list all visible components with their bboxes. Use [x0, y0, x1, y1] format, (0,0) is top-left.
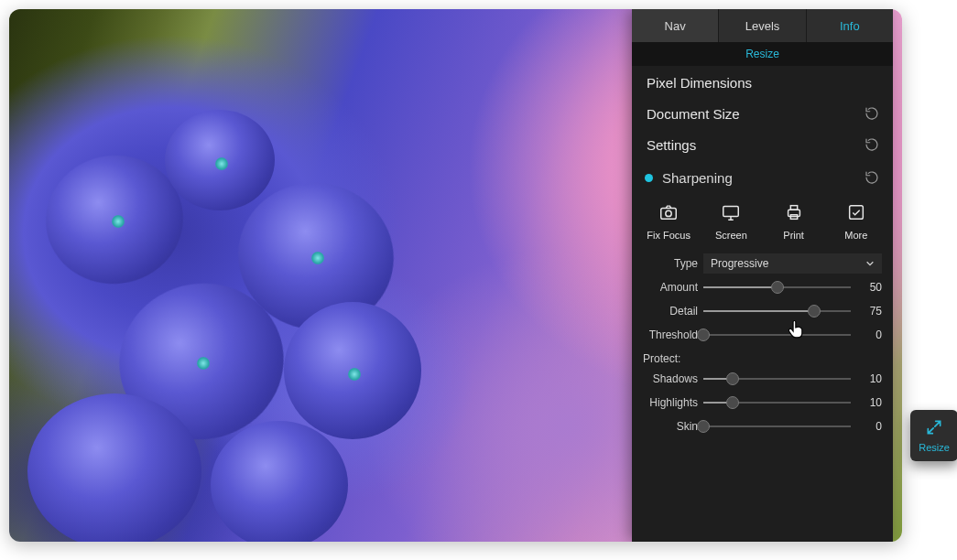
amount-slider[interactable]	[703, 277, 851, 297]
type-select[interactable]: Progressive	[703, 253, 882, 274]
camera-icon	[658, 202, 679, 224]
fix-focus-button[interactable]: Fix Focus	[641, 202, 696, 241]
section-label: Pixel Dimensions	[647, 75, 752, 91]
print-button[interactable]: Print	[767, 202, 821, 241]
slider-label: Detail	[632, 305, 703, 318]
slider-value: 75	[851, 305, 882, 318]
slider-value: 0	[851, 328, 882, 341]
highlights-slider[interactable]	[703, 393, 851, 413]
slider-value: 10	[851, 396, 882, 409]
type-label: Type	[632, 257, 703, 270]
tab-nav[interactable]: Nav	[632, 9, 719, 42]
slider-label: Skin	[632, 420, 703, 433]
slider-label: Threshold	[632, 328, 703, 341]
section-sharpening[interactable]: Sharpening	[632, 162, 893, 193]
threshold-slider[interactable]	[703, 325, 851, 345]
printer-icon	[784, 202, 804, 224]
check-box-icon	[846, 202, 866, 224]
more-button[interactable]: More	[829, 202, 884, 241]
tab-levels[interactable]: Levels	[719, 9, 806, 42]
shadows-row: Shadows 10	[632, 367, 893, 391]
float-button-label: Resize	[919, 442, 950, 453]
resize-header[interactable]: Resize	[632, 42, 893, 66]
info-panel: Nav Levels Info Resize Pixel Dimensions …	[632, 9, 893, 542]
skin-row: Skin 0	[632, 415, 893, 438]
screen-button[interactable]: Screen	[703, 202, 758, 241]
svg-rect-4	[790, 206, 797, 210]
active-dot-icon	[645, 174, 653, 182]
type-row: Type Progressive	[632, 252, 893, 275]
protect-label: Protect:	[632, 347, 893, 367]
icon-label: Screen	[715, 230, 747, 241]
reset-icon[interactable]	[864, 169, 880, 186]
section-label: Document Size	[647, 106, 740, 122]
type-value: Progressive	[711, 257, 768, 270]
reset-icon[interactable]	[864, 105, 880, 122]
monitor-icon	[721, 202, 741, 224]
detail-row: Detail 75	[632, 299, 893, 323]
slider-label: Highlights	[632, 396, 703, 409]
section-label: Sharpening	[662, 170, 733, 186]
slider-value: 0	[851, 420, 882, 433]
threshold-row: Threshold 0	[632, 323, 893, 347]
amount-row: Amount 50	[632, 275, 893, 299]
svg-point-1	[666, 210, 671, 216]
icon-label: More	[844, 230, 867, 241]
svg-rect-2	[723, 207, 739, 217]
skin-slider[interactable]	[703, 416, 851, 436]
panel-tabs: Nav Levels Info	[632, 9, 893, 42]
slider-label: Shadows	[632, 372, 703, 385]
detail-slider[interactable]	[703, 301, 851, 321]
svg-rect-0	[661, 208, 677, 219]
icon-label: Print	[783, 230, 804, 241]
slider-value: 10	[851, 372, 882, 385]
slider-label: Amount	[632, 281, 703, 294]
reset-icon[interactable]	[864, 136, 880, 153]
image-canvas[interactable]: Nav Levels Info Resize Pixel Dimensions …	[9, 9, 902, 542]
highlights-row: Highlights 10	[632, 391, 893, 415]
resize-float-button[interactable]: Resize	[910, 410, 957, 461]
section-pixel-dimensions[interactable]: Pixel Dimensions	[632, 66, 893, 100]
section-settings[interactable]: Settings	[632, 131, 893, 162]
svg-rect-6	[850, 206, 864, 220]
icon-label: Fix Focus	[647, 230, 691, 241]
section-label: Settings	[647, 137, 696, 153]
tab-info[interactable]: Info	[807, 9, 893, 42]
shadows-slider[interactable]	[703, 369, 851, 389]
section-document-size[interactable]: Document Size	[632, 100, 893, 131]
preset-row: Fix Focus Screen Print More	[632, 193, 893, 252]
chevron-down-icon	[865, 259, 875, 268]
slider-value: 50	[851, 281, 882, 294]
resize-icon	[925, 418, 943, 438]
